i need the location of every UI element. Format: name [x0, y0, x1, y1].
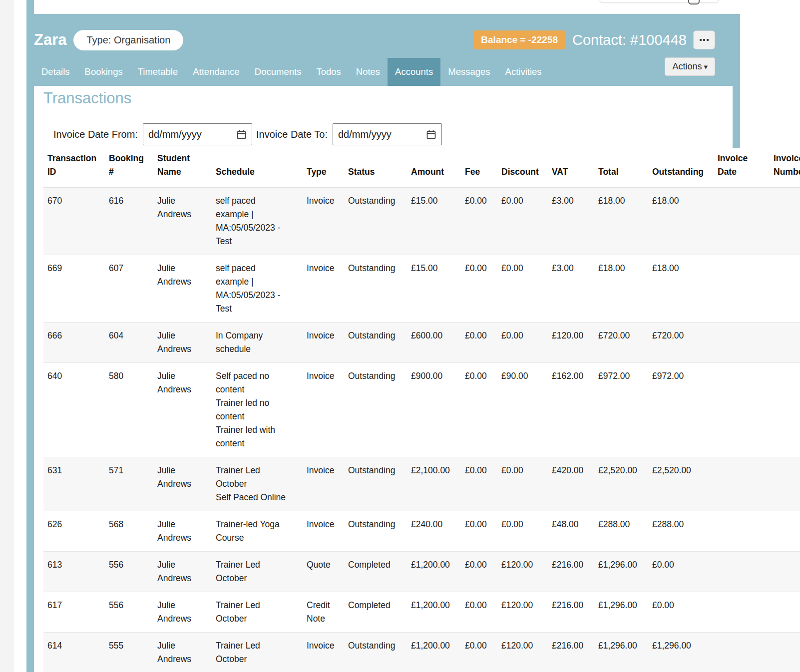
table-row: 666604Julie AndrewsIn Company scheduleIn… — [43, 323, 800, 363]
cell-invoice-date — [714, 552, 770, 592]
tab-documents[interactable]: Documents — [247, 58, 309, 86]
tab-activities[interactable]: Activities — [498, 58, 549, 86]
cell-type: Invoice — [303, 187, 344, 255]
tab-bookings[interactable]: Bookings — [77, 58, 130, 86]
column-header-vat: VAT — [548, 148, 594, 187]
cell-type: Invoice — [303, 255, 344, 323]
cell-transaction-id: 617 — [43, 592, 105, 633]
cell-fee: £0.00 — [461, 592, 497, 633]
cell-amount: £600.00 — [407, 323, 461, 363]
cell-amount: £900.00 — [407, 363, 461, 457]
cell-transaction-id: 631 — [43, 457, 105, 511]
calendar-icon[interactable] — [426, 129, 436, 140]
cell-discount: £0.00 — [497, 457, 548, 511]
cell-transaction-id: 614 — [43, 633, 105, 672]
cell-amount: £1,200.00 — [407, 633, 461, 672]
tab-accounts[interactable]: Accounts — [388, 58, 440, 86]
tab-attendance[interactable]: Attendance — [185, 58, 247, 86]
cutoff-element-dark — [688, 0, 700, 4]
cell-outstanding: £18.00 — [648, 187, 714, 255]
tab-details[interactable]: Details — [34, 58, 77, 86]
cell-status: Outstanding — [344, 323, 407, 363]
top-cutoff-strip — [34, 0, 800, 14]
invoice-date-to-input[interactable]: dd/mm/yyyy — [333, 123, 442, 145]
cell-total: £18.00 — [594, 187, 648, 255]
cell-type: Invoice — [303, 511, 344, 552]
cell-invoice-date — [714, 187, 770, 255]
cell-status: Outstanding — [344, 255, 407, 323]
cell-type: Invoice — [303, 323, 344, 363]
column-header-student-name: Student Name — [153, 148, 212, 187]
cell-total: £972.00 — [594, 363, 648, 457]
cell-student-name: Julie Andrews — [153, 633, 212, 672]
cell-booking-number: 604 — [105, 323, 153, 363]
cell-type: Quote — [303, 552, 344, 592]
cell-discount: £0.00 — [497, 323, 548, 363]
cell-schedule: Trainer Led October — [212, 552, 303, 592]
table-row: 626568Julie AndrewsTrainer-led Yoga Cour… — [43, 511, 800, 552]
cell-vat: £162.00 — [548, 363, 594, 457]
cell-discount: £0.00 — [497, 255, 548, 323]
cell-total: £2,520.00 — [594, 457, 648, 511]
date-placeholder: dd/mm/yyyy — [338, 129, 426, 140]
cell-student-name: Julie Andrews — [153, 187, 212, 255]
chevron-down-icon: ▾ — [704, 62, 708, 71]
date-placeholder: dd/mm/yyyy — [148, 129, 236, 140]
actions-button[interactable]: Actions▾ — [665, 57, 715, 76]
cell-transaction-id: 613 — [43, 552, 105, 592]
cell-invoice-date — [714, 363, 770, 457]
cell-schedule: Trainer-led Yoga Course — [212, 511, 303, 552]
cell-vat: £120.00 — [548, 323, 594, 363]
table-row: 617556Julie AndrewsTrainer Led OctoberCr… — [43, 592, 800, 633]
cell-booking-number: 616 — [105, 187, 153, 255]
column-header-status: Status — [344, 148, 407, 187]
cell-outstanding: £0.00 — [648, 552, 714, 592]
tab-notes[interactable]: Notes — [349, 58, 388, 86]
accounts-tab-content: Transactions Invoice Date From: dd/mm/yy… — [34, 86, 733, 672]
cell-status: Outstanding — [344, 457, 407, 511]
ellipsis-icon — [700, 39, 702, 41]
cell-amount: £240.00 — [407, 511, 461, 552]
cell-discount: £90.00 — [497, 363, 548, 457]
cell-invoice-date — [714, 633, 770, 672]
cell-fee: £0.00 — [461, 633, 497, 672]
cell-schedule: self paced example | MA:05/05/2023 - Tes… — [212, 187, 303, 255]
cell-outstanding: £720.00 — [648, 323, 714, 363]
cell-outstanding: £288.00 — [648, 511, 714, 552]
table-row: 614555Julie AndrewsTrainer Led OctoberIn… — [43, 633, 800, 672]
cell-fee: £0.00 — [461, 552, 497, 592]
cell-invoice-date — [714, 457, 770, 511]
column-header-total: Total — [594, 148, 648, 187]
cell-vat: £48.00 — [548, 511, 594, 552]
cell-invoice-number — [770, 511, 800, 552]
column-header-amount: Amount — [407, 148, 461, 187]
contact-tabs: DetailsBookingsTimetableAttendanceDocume… — [34, 58, 549, 86]
cell-schedule: In Company schedule — [212, 323, 303, 363]
tab-timetable[interactable]: Timetable — [130, 58, 186, 86]
cell-invoice-number — [770, 457, 800, 511]
calendar-icon[interactable] — [236, 129, 247, 140]
tab-messages[interactable]: Messages — [440, 58, 497, 86]
cell-outstanding: £18.00 — [648, 255, 714, 323]
tab-todos[interactable]: Todos — [309, 58, 348, 86]
cell-fee: £0.00 — [461, 363, 497, 457]
cell-status: Completed — [344, 592, 407, 633]
table-row: 670616Julie Andrewsself paced example | … — [43, 187, 800, 255]
cell-amount: £15.00 — [407, 255, 461, 323]
cell-transaction-id: 670 — [43, 187, 105, 255]
cell-amount: £1,200.00 — [407, 592, 461, 633]
cell-booking-number: 571 — [105, 457, 153, 511]
balance-badge: Balance = -22258 — [473, 30, 565, 49]
invoice-date-filters: Invoice Date From: dd/mm/yyyy Invoice Da… — [53, 123, 733, 146]
invoice-date-from-input[interactable]: dd/mm/yyyy — [143, 123, 252, 145]
more-options-button[interactable] — [693, 30, 715, 49]
cell-student-name: Julie Andrews — [153, 592, 212, 633]
cell-outstanding: £972.00 — [648, 363, 714, 457]
cell-total: £18.00 — [594, 255, 648, 323]
cell-discount: £120.00 — [497, 592, 548, 633]
cell-schedule: self paced example | MA:05/05/2023 - Tes… — [212, 255, 303, 323]
cell-vat: £420.00 — [548, 457, 594, 511]
cell-transaction-id: 640 — [43, 363, 105, 457]
column-header-schedule: Schedule — [212, 148, 303, 187]
cell-total: £288.00 — [594, 511, 648, 552]
